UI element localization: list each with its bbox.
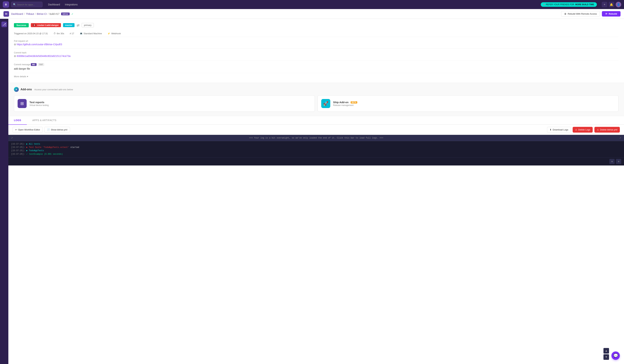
log-time: [15:37:25]: [11, 149, 25, 152]
avatar-button[interactable]: 👤 [616, 2, 621, 7]
ship-addon-icon: 🚀 [321, 99, 330, 108]
bitrise-badge: bitrise [61, 13, 70, 15]
addon-card-test-reports[interactable]: ⊞ Test reports Virtual device testing [14, 95, 315, 112]
addons-section: ✦ Add-ons Access your connected add-ons … [8, 83, 624, 116]
log-time: [15:37:25]: [11, 143, 25, 146]
test-reports-desc: Virtual device testing [29, 104, 311, 106]
left-sidebar: ⎇ [0, 19, 8, 364]
commit-hash-link[interactable]: 83066e1ad34cbb3e5d3448c802a92151174ce73a [17, 55, 71, 57]
add-button[interactable]: + [602, 2, 607, 7]
addons-subtitle: Access your connected add-ons below [34, 88, 73, 91]
status-badge: Success [14, 23, 29, 27]
addons-title: Add-ons [21, 88, 32, 91]
logo-icon: B [5, 3, 7, 6]
tabs-row: LOGS APPS & ARTIFACTS [8, 116, 624, 125]
open-workflow-editor-button[interactable]: ↩ Open Workflow Editor [13, 127, 43, 133]
download-icon: ⬇ [550, 128, 552, 131]
breadcrumb: Dashboard / Thibaut / Bitrise-CI / build… [11, 13, 74, 15]
search-bar[interactable]: 🔍 [11, 2, 43, 7]
scroll-up-button[interactable]: ▲ [603, 348, 609, 354]
branch-badge: 3 coutar-t:add-danger [31, 23, 61, 27]
top-nav: B 🔍 Dashboard Integrations ♥ REFER YOUR … [0, 0, 624, 9]
overweight-message: <<< Your log is a bit overweight, so we'… [249, 137, 383, 139]
nav-actions: + 🔔 👤 [602, 2, 621, 7]
log-line: [15:37:25]: ▶ All tests [11, 143, 621, 146]
format-txt-button[interactable]: TXT [38, 63, 44, 66]
addons-header: ✦ Add-ons Access your connected add-ons … [14, 87, 619, 92]
addon-card-ship[interactable]: 🚀 Ship Add-on BETA Release management [317, 95, 619, 112]
bell-button[interactable]: 🔔 [609, 2, 614, 7]
build-number: # 17 [70, 32, 74, 35]
delete-logs-button[interactable]: ⚠ Delete Logs [573, 127, 593, 133]
trigger: ⚡ Webhook [107, 32, 121, 35]
pr-icon: ⇄ [77, 23, 79, 27]
duration: ⏱ 6m 30s [53, 32, 64, 35]
log-time: [15:37:25]: [11, 146, 25, 149]
build-status-row: Success 3 coutar-t:add-danger master ⇄ p… [14, 23, 619, 27]
log-lines: [15:37:25]: ▶ All tests [15:37:25]: ▶ Te… [8, 141, 624, 157]
addons-icon: ✦ [14, 87, 19, 92]
refer-prefix: REFER YOUR FRIENDS FOR [546, 3, 574, 6]
breadcrumb-dashboard[interactable]: Dashboard [11, 13, 23, 15]
tab-logs[interactable]: LOGS [8, 116, 27, 125]
log-text: started [70, 146, 79, 149]
format-md-button[interactable]: MD [31, 63, 37, 66]
chat-button[interactable]: 💬 [611, 351, 620, 360]
verified-icon: ✓ [71, 13, 74, 15]
refer-banner[interactable]: ♥ REFER YOUR FRIENDS FOR MORE BUILD TIME [541, 2, 597, 7]
workflow-badge[interactable]: primary [82, 23, 94, 27]
nav-integrations[interactable]: Integrations [63, 2, 80, 7]
page-layout: ⎇ Success 3 coutar-t:add-danger master ⇄… [0, 19, 624, 364]
build-meta: Triggered on 2020.04.15 @ 17:31 ⏱ 6m 30s… [14, 30, 619, 37]
rebuild-remote-button[interactable]: 🖥 Rebuild With Remote Access [561, 11, 600, 17]
heart-icon: ♥ [544, 3, 545, 6]
workflow-icon: ↩ [15, 128, 17, 131]
github-icon-2: ⊙ [14, 55, 16, 57]
rebuild-button[interactable]: ⟳ Rebuild [602, 11, 621, 17]
log-overweight-bar[interactable]: ⤢ <<< Your log is a bit overweight, so w… [8, 135, 624, 141]
rebuild-label: Rebuild [609, 13, 617, 15]
remote-icon: 🖥 [564, 13, 566, 15]
test-reports-name: Test reports [29, 101, 311, 104]
sidebar-git-icon[interactable]: ⎇ [1, 22, 7, 27]
ship-addon-name: Ship Add-on BETA [333, 101, 615, 104]
open-workflow-editor-label: Open Workflow Editor [18, 128, 40, 131]
delete-bitrise-yml-label: Delete bitrise.yml [600, 128, 617, 131]
yml-icon: 📄 [47, 128, 50, 131]
target-branch-badge: master [63, 23, 75, 27]
warning-icon-1: ⚠ [575, 128, 577, 131]
breadcrumb-repo[interactable]: Bitrise-CI [37, 13, 47, 15]
commit-message-row: Commit message MD TXT add danger file [14, 60, 619, 73]
log-success-check: ✓ [26, 153, 27, 156]
breadcrumb-user[interactable]: Thibaut [26, 13, 34, 15]
log-align-right-button[interactable]: ≡ [616, 159, 621, 164]
log-step-test-suite[interactable]: ▶ Test Suite 'TodoAppTests.xctest' [26, 146, 69, 149]
pull-request-label: Pull request url: [14, 40, 619, 42]
more-details-row[interactable]: More details ▾ [14, 73, 619, 80]
log-step-todo-tests[interactable]: ▶ TodoAppTests [26, 149, 44, 152]
log-line: [15:37:25]: ▶ TodoAppTests [11, 149, 621, 152]
log-terminal: ⤢ <<< Your log is a bit overweight, so w… [8, 135, 624, 166]
search-input[interactable] [17, 3, 38, 6]
nav-logo[interactable]: B [3, 1, 9, 8]
refer-highlight: MORE BUILD TIME [575, 3, 594, 6]
main-content: Success 3 coutar-t:add-danger master ⇄ p… [8, 19, 624, 364]
right-toolbar-actions: ⬇ Download Logs ⚠ Delete Logs ⚠ Delete b… [547, 127, 620, 133]
log-line: [15:37:25]: ✓ testExample (0.001 seconds… [11, 153, 621, 156]
test-reports-icon: ⊞ [18, 99, 27, 108]
delete-bitrise-yml-button[interactable]: ⚠ Delete bitrise.yml [594, 127, 620, 133]
commit-text: add danger file [14, 67, 619, 70]
webhook-icon: ⚡ [107, 32, 110, 35]
scroll-down-button[interactable]: ▼ [603, 354, 609, 360]
warning-icon-2: ⚠ [597, 128, 599, 131]
log-align-left-button[interactable]: ≡ [609, 159, 615, 164]
download-logs-button[interactable]: ⬇ Download Logs [547, 127, 571, 133]
clock-icon: ⏱ [53, 32, 56, 35]
tab-apps-artifacts[interactable]: APPS & ARTIFACTS [27, 116, 62, 125]
delete-logs-label: Delete Logs [578, 128, 590, 131]
log-step-all-tests[interactable]: ▶ All tests [26, 143, 40, 146]
pull-request-url[interactable]: https://github.com/coutar-t/Bitrise-CI/p… [17, 43, 62, 46]
branch-name: coutar-t:add-danger [37, 24, 59, 26]
nav-dashboard[interactable]: Dashboard [46, 2, 62, 7]
show-bitrise-yml-button[interactable]: 📄 Show bitrise.yml [44, 127, 70, 133]
